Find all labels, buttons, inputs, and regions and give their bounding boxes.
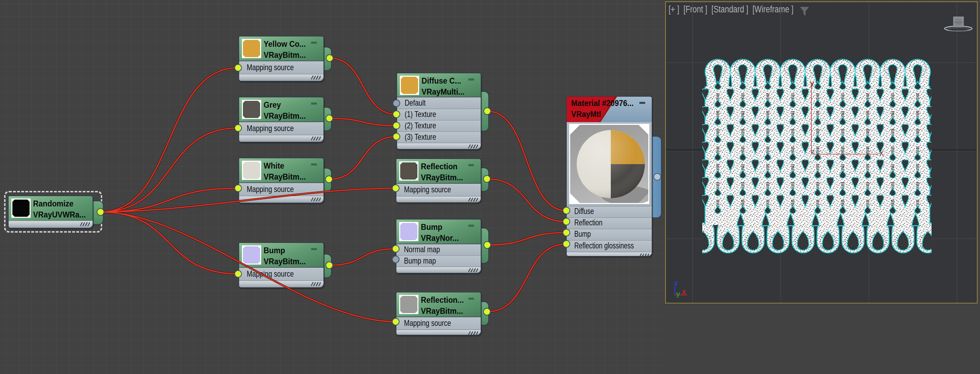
svg-text:z: z [811,148,815,155]
svg-text:FRONT: FRONT [954,21,964,24]
svg-text:y: y [676,290,680,298]
svg-text:z: z [674,279,678,287]
svg-text:X: X [879,150,884,157]
svg-text:y: y [810,79,814,87]
svg-text:x: x [682,287,686,295]
